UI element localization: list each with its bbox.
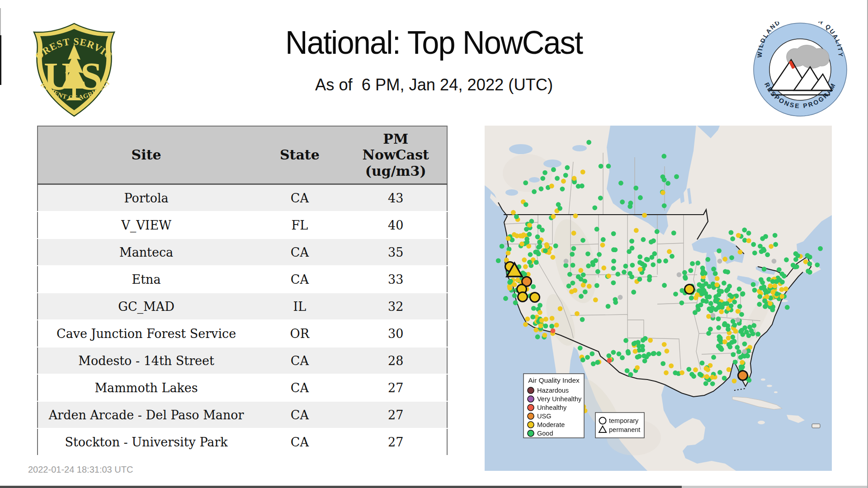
legend-label: Good bbox=[537, 430, 553, 437]
legend-swatch-unhealthy bbox=[528, 404, 534, 411]
legend-swatch-moderate bbox=[528, 422, 534, 428]
site-cell: V_VIEW bbox=[38, 211, 255, 239]
legend-label: Unhealthy bbox=[537, 404, 567, 411]
legend-label: USG bbox=[537, 413, 551, 420]
site-cell: Portola bbox=[38, 184, 255, 212]
top-site-circle-marker[interactable] bbox=[518, 292, 528, 302]
legend-label: temporary bbox=[609, 417, 639, 424]
monitor-dot bbox=[742, 349, 747, 354]
monitor-dot bbox=[772, 259, 777, 264]
temporary-monitor-icon bbox=[599, 418, 606, 424]
site-cell: GC_MAD bbox=[38, 293, 255, 320]
legend-swatch-hazardous bbox=[528, 387, 534, 394]
state-cell: IL bbox=[255, 293, 344, 320]
legend-label: Moderate bbox=[537, 421, 565, 428]
col-header-site: Site bbox=[38, 126, 255, 184]
usfs-logo: FOREST SERVICE DEPARTMENT OF AGRICULTURE… bbox=[28, 18, 120, 121]
header: National: Top NowCast As of 6 PM, Jan 24… bbox=[0, 23, 868, 94]
page-subtitle: As of 6 PM, Jan 24, 2022 (UTC) bbox=[9, 75, 859, 94]
aqi-legend: Air Quality Index HazardousVery Unhealth… bbox=[524, 374, 584, 438]
pm-cell: 30 bbox=[344, 320, 447, 347]
legend-label: permanent bbox=[609, 426, 640, 433]
monitor-dot bbox=[677, 272, 682, 277]
pm-cell: 35 bbox=[344, 239, 447, 266]
pm-cell: 27 bbox=[344, 428, 447, 455]
window-edge-left-dark bbox=[0, 35, 1, 85]
table-row[interactable]: Mammoth LakesCA27 bbox=[38, 374, 447, 401]
pm-cell: 27 bbox=[344, 401, 447, 428]
svg-text:S: S bbox=[80, 55, 102, 98]
table-row[interactable]: Modesto - 14th StreetCA28 bbox=[38, 347, 447, 374]
aqi-monitor-map[interactable]: Air Quality Index HazardousVery Unhealth… bbox=[485, 126, 832, 471]
monitor-dot bbox=[736, 318, 741, 323]
site-cell: Mammoth Lakes bbox=[38, 374, 255, 401]
table-row[interactable]: EtnaCA33 bbox=[38, 266, 447, 293]
col-header-state: State bbox=[255, 126, 344, 184]
pm-cell: 32 bbox=[344, 293, 447, 320]
state-cell: CA bbox=[255, 347, 344, 374]
pm-cell: 28 bbox=[344, 347, 447, 374]
render-timestamp: 2022-01-24 18:31:03 UTC bbox=[28, 465, 133, 475]
table-row[interactable]: Arden Arcade - Del Paso ManorCA27 bbox=[38, 401, 447, 428]
state-cell: CA bbox=[255, 184, 344, 212]
page-title: National: Top NowCast bbox=[285, 23, 582, 61]
top-nowcast-table: Site State PM NowCast (ug/m3) PortolaCA4… bbox=[37, 126, 448, 456]
state-cell: CA bbox=[255, 266, 344, 293]
state-cell: CA bbox=[255, 239, 344, 266]
progress-bar-remaining[interactable] bbox=[682, 486, 868, 488]
legend-label: Hazardous bbox=[537, 387, 569, 394]
pm-cell: 27 bbox=[344, 374, 447, 401]
usfs-shield-icon: FOREST SERVICE DEPARTMENT OF AGRICULTURE… bbox=[28, 18, 120, 121]
wfaqrp-logo-icon: WILDLAND FIRE • AIR QUALITY RESPONSE PRO… bbox=[752, 22, 848, 117]
monitor-type-legend: temporarypermanent bbox=[595, 413, 644, 438]
site-cell: Etna bbox=[38, 266, 255, 293]
state-cell: CA bbox=[255, 401, 344, 428]
monitor-dot bbox=[607, 358, 612, 363]
legend-label: Very Unhealthy bbox=[537, 395, 582, 403]
monitor-dot bbox=[564, 259, 569, 264]
col-header-pm: PM NowCast (ug/m3) bbox=[344, 126, 447, 184]
state-cell: CA bbox=[255, 374, 344, 401]
top-site-circle-marker[interactable] bbox=[685, 285, 694, 294]
monitor-dot bbox=[551, 328, 556, 333]
site-cell: Stockton - University Park bbox=[38, 428, 255, 455]
table-row[interactable]: Stockton - University ParkCA27 bbox=[38, 428, 447, 455]
state-cell: CA bbox=[255, 428, 344, 455]
progress-bar-filled[interactable] bbox=[0, 486, 682, 488]
pm-cell: 40 bbox=[344, 211, 447, 239]
pm-cell: 33 bbox=[344, 266, 447, 293]
table-row[interactable]: Cave Junction Forest ServiceOR30 bbox=[38, 320, 447, 347]
monitor-dot bbox=[711, 313, 716, 318]
table-row[interactable]: MantecaCA35 bbox=[38, 239, 447, 266]
top-site-circle-marker[interactable] bbox=[530, 293, 540, 302]
legend-swatch-usg bbox=[528, 413, 534, 419]
state-cell: FL bbox=[255, 211, 344, 239]
site-cell: Manteca bbox=[38, 239, 255, 266]
monitor-dot bbox=[717, 259, 722, 264]
site-cell: Cave Junction Forest Service bbox=[38, 320, 255, 347]
site-cell: Modesto - 14th Street bbox=[38, 347, 255, 374]
table-header-row: Site State PM NowCast (ug/m3) bbox=[38, 126, 447, 184]
table-row[interactable]: V_VIEWFL40 bbox=[38, 211, 447, 239]
top-site-circle-marker[interactable] bbox=[738, 371, 748, 380]
svg-text:Air Quality Index: Air Quality Index bbox=[528, 376, 580, 384]
table-row[interactable]: PortolaCA43 bbox=[38, 184, 447, 212]
pm-cell: 43 bbox=[344, 184, 447, 212]
wfaqrp-logo: WILDLAND FIRE • AIR QUALITY RESPONSE PRO… bbox=[752, 22, 848, 117]
monitor-dot bbox=[618, 295, 623, 300]
legend-swatch-very_unhealthy bbox=[528, 396, 534, 402]
site-cell: Arden Arcade - Del Paso Manor bbox=[38, 401, 255, 428]
table-row[interactable]: GC_MADIL32 bbox=[38, 293, 447, 320]
state-cell: OR bbox=[255, 320, 344, 347]
window-edge-left bbox=[0, 8, 1, 35]
legend-swatch-good bbox=[528, 430, 534, 436]
